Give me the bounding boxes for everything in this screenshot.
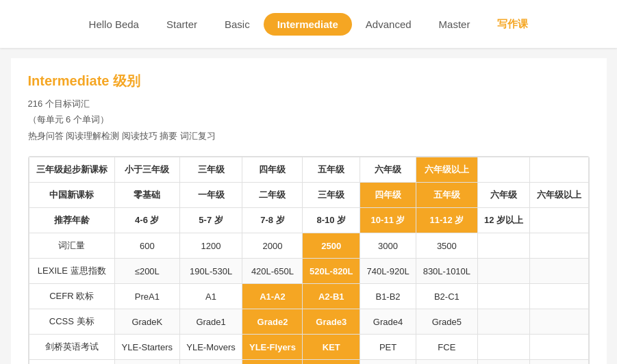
table-row-cambridge: 剑桥英语考试 YLE-Starters YLE-Movers YLE-Flyer… — [29, 335, 588, 360]
header-grade5-orange: 五年级 — [416, 183, 478, 208]
nav-advanced[interactable]: Advanced — [352, 13, 425, 36]
header-below-3rd: 小于三年级 — [114, 157, 179, 183]
row-label-lexile: LEXILE 蓝思指数 — [29, 259, 114, 284]
main-content: Intermediate 级别 216 个目标词汇 （每单元 6 个单词） 热身… — [11, 58, 607, 364]
header-grade6: 六年级 — [477, 183, 530, 208]
nav-basic[interactable]: Basic — [211, 13, 264, 36]
vocab-2000: 2000 — [242, 233, 303, 259]
row-label-cefr: CEFR 欧标 — [29, 284, 114, 309]
vocab-3500: 3500 — [416, 233, 478, 259]
rw-grade1: Grade1 — [179, 360, 242, 364]
cam-ket-orange: KET — [303, 335, 360, 360]
rw-grade3-orange: Grade3 — [303, 360, 360, 364]
cefr-a1: A1 — [179, 284, 242, 309]
table-row-cefr: CEFR 欧标 PreA1 A1 A1-A2 A2-B1 B1-B2 B2-C1 — [29, 284, 588, 309]
rw-gradk: GradeK — [114, 360, 179, 364]
comparison-table: 三年级起步新课标 小于三年级 三年级 四年级 五年级 六年级 六年级以上 中国新… — [29, 157, 589, 364]
ccss-grade2-orange: Grade2 — [242, 309, 303, 335]
table-header-row2: 中国新课标 零基础 一年级 二年级 三年级 四年级 五年级 六年级 六年级以上 — [29, 183, 588, 208]
cam-e2 — [530, 335, 588, 360]
age-11-12-orange: 11-12 岁 — [416, 208, 478, 233]
cefr-e2 — [530, 284, 588, 309]
header-6th: 六年级 — [360, 157, 416, 183]
header-4th: 四年级 — [242, 157, 303, 183]
table-row-reading-wonders: Reading wonders GradeK Grade1 Grade2 Gra… — [29, 360, 588, 364]
lexile-190-530: 190L-530L — [179, 259, 242, 284]
header-5th: 五年级 — [303, 157, 360, 183]
header-empty2 — [530, 157, 588, 183]
rw-grade2-orange: Grade2 — [242, 360, 303, 364]
header-label-3: 推荐年龄 — [29, 208, 114, 233]
table-row-lexile: LEXILE 蓝思指数 ≤200L 190L-530L 420L-650L 52… — [29, 259, 588, 284]
page-title: Intermediate 级别 — [28, 72, 590, 90]
age-8-10: 8-10 岁 — [303, 208, 360, 233]
header-above-6th: 六年级以上 — [416, 157, 478, 183]
header-label-1: 三年级起步新课标 — [29, 157, 114, 183]
header-3rd: 三年级 — [179, 157, 242, 183]
comparison-table-wrapper: 三年级起步新课标 小于三年级 三年级 四年级 五年级 六年级 六年级以上 中国新… — [28, 156, 590, 364]
table-row-ccss: CCSS 美标 GradeK Grade1 Grade2 Grade3 Grad… — [29, 309, 588, 335]
ccss-grade5: Grade5 — [416, 309, 478, 335]
table-header-row3: 推荐年龄 4-6 岁 5-7 岁 7-8 岁 8-10 岁 10-11 岁 11… — [29, 208, 588, 233]
age-4-6: 4-6 岁 — [114, 208, 179, 233]
lexile-e1 — [477, 259, 530, 284]
ccss-grade4: Grade4 — [360, 309, 416, 335]
vocab-3000: 3000 — [360, 233, 416, 259]
cam-pet: PET — [360, 335, 416, 360]
rw-e2 — [530, 360, 588, 364]
cefr-a1a2-orange: A1-A2 — [242, 284, 303, 309]
lexile-e2 — [530, 259, 588, 284]
cefr-e1 — [477, 284, 530, 309]
age-7-8: 7-8 岁 — [242, 208, 303, 233]
cam-flyers-orange: YLE-Flyers — [242, 335, 303, 360]
row-label-ccss: CCSS 美标 — [29, 309, 114, 335]
age-12plus: 12 岁以上 — [477, 208, 530, 233]
header-above6: 六年级以上 — [530, 183, 588, 208]
ccss-gradk: GradeK — [114, 309, 179, 335]
rw-grade4: Grade4 — [360, 360, 416, 364]
cam-e1 — [477, 335, 530, 360]
ccss-e1 — [477, 309, 530, 335]
desc-vocab: 216 个目标词汇 — [28, 99, 90, 109]
cam-fce: FCE — [416, 335, 478, 360]
cam-movers: YLE-Movers — [179, 335, 242, 360]
vocab-600: 600 — [114, 233, 179, 259]
table-header-row1: 三年级起步新课标 小于三年级 三年级 四年级 五年级 六年级 六年级以上 — [29, 157, 588, 183]
rw-e1 — [477, 360, 530, 364]
header-label-2: 中国新课标 — [29, 183, 114, 208]
cefr-b2c1: B2-C1 — [416, 284, 478, 309]
nav-intermediate[interactable]: Intermediate — [264, 13, 352, 36]
navigation: Hello Beda Starter Basic Intermediate Ad… — [0, 0, 617, 48]
lexile-520-820-orange: 520L-820L — [303, 259, 360, 284]
lexile-420-650: 420L-650L — [242, 259, 303, 284]
nav-master[interactable]: Master — [425, 13, 484, 36]
vocab-1200: 1200 — [179, 233, 242, 259]
header-grade4-orange: 四年级 — [360, 183, 416, 208]
rw-grade5: Grade5 — [416, 360, 478, 364]
desc-per-unit: （每单元 6 个单词） — [28, 114, 109, 125]
cefr-b1b2: B1-B2 — [360, 284, 416, 309]
page-description: 216 个目标词汇 （每单元 6 个单词） 热身问答 阅读理解检测 阅读技巧 摘… — [28, 96, 590, 144]
ccss-grade3-orange: Grade3 — [303, 309, 360, 335]
ccss-e2 — [530, 309, 588, 335]
header-grade2: 二年级 — [242, 183, 303, 208]
vocab-2500-orange: 2500 — [303, 233, 360, 259]
header-zero: 零基础 — [114, 183, 179, 208]
nav-hello-beda[interactable]: Hello Beda — [75, 13, 153, 36]
table-row-vocab: 词汇量 600 1200 2000 2500 3000 3500 — [29, 233, 588, 259]
lexile-200: ≤200L — [114, 259, 179, 284]
vocab-e2 — [530, 233, 588, 259]
row-label-cambridge: 剑桥英语考试 — [29, 335, 114, 360]
vocab-e1 — [477, 233, 530, 259]
age-empty — [530, 208, 588, 233]
lexile-740-920: 740L-920L — [360, 259, 416, 284]
row-label-reading: Reading wonders — [29, 360, 114, 364]
nav-starter[interactable]: Starter — [153, 13, 211, 36]
age-10-11-orange: 10-11 岁 — [360, 208, 416, 233]
nav-writing[interactable]: 写作课 — [483, 12, 542, 36]
header-grade1: 一年级 — [179, 183, 242, 208]
age-5-7: 5-7 岁 — [179, 208, 242, 233]
cefr-prea1: PreA1 — [114, 284, 179, 309]
header-empty1 — [477, 157, 530, 183]
ccss-grade1: Grade1 — [179, 309, 242, 335]
